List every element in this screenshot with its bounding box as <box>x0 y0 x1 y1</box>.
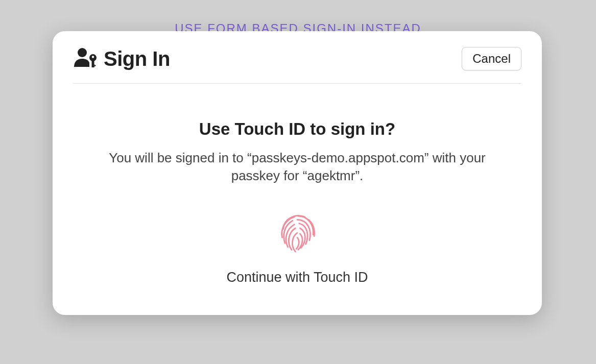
svg-point-0 <box>78 48 87 57</box>
dialog-body: Use Touch ID to sign in? You will be sig… <box>73 84 521 285</box>
dialog-header: Sign In Cancel <box>73 46 521 84</box>
svg-point-2 <box>92 56 94 58</box>
sign-in-dialog: Sign In Cancel Use Touch ID to sign in? … <box>53 31 542 315</box>
fingerprint-icon[interactable] <box>73 210 521 257</box>
continue-with-touch-id-label: Continue with Touch ID <box>73 270 521 285</box>
svg-rect-3 <box>92 60 94 67</box>
touch-id-prompt-description: You will be signed in to “passkeys-demo.… <box>103 149 491 185</box>
cancel-button[interactable]: Cancel <box>462 47 521 70</box>
passkey-icon <box>73 46 100 71</box>
touch-id-prompt-heading: Use Touch ID to sign in? <box>73 119 521 139</box>
dialog-title-group: Sign In <box>73 46 170 71</box>
dialog-title: Sign In <box>104 47 170 70</box>
